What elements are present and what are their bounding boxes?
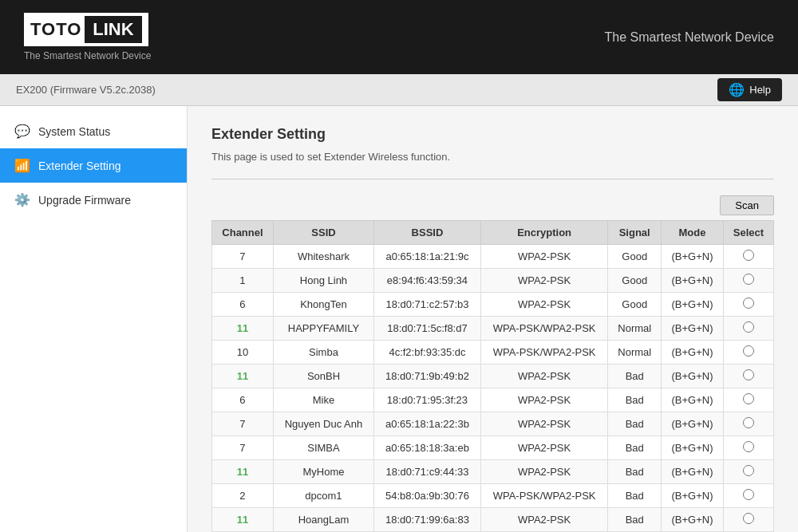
table-row: 11HoangLam18:d0:71:99:6a:83WPA2-PSKBad(B… <box>212 508 774 532</box>
cell-select[interactable] <box>723 365 773 388</box>
page-title: Extender Setting <box>211 126 774 143</box>
cell-select[interactable] <box>723 317 773 341</box>
select-radio[interactable] <box>743 441 754 452</box>
cell-signal: Good <box>608 269 662 293</box>
cell-mode: (B+G+N) <box>662 341 724 365</box>
cell-signal: Bad <box>608 484 662 508</box>
cell-mode: (B+G+N) <box>662 460 724 484</box>
cell-channel: 7 <box>212 245 274 269</box>
table-row: 11MyHome18:d0:71:c9:44:33WPA2-PSKBad(B+G… <box>212 460 774 484</box>
cell-signal: Bad <box>608 388 662 412</box>
cell-channel: 7 <box>212 412 274 436</box>
cell-encryption: WPA2-PSK <box>480 460 607 484</box>
select-radio[interactable] <box>743 513 754 524</box>
col-signal: Signal <box>608 221 662 245</box>
firmware-label: EX200 (Firmware V5.2c.2038) <box>16 84 156 96</box>
select-radio[interactable] <box>743 274 754 285</box>
sidebar-item-label-firmware: Upgrade Firmware <box>38 194 131 207</box>
cell-select[interactable] <box>723 245 773 269</box>
logo-box: TOTO LINK <box>24 13 148 46</box>
cell-signal: Good <box>608 293 662 317</box>
select-radio[interactable] <box>743 369 754 380</box>
sidebar-item-extender-setting[interactable]: 📶 Extender Setting <box>0 148 187 183</box>
cell-channel: 11 <box>212 317 274 341</box>
table-row: 7Nguyen Duc Anha0:65:18:1a:22:3bWPA2-PSK… <box>212 412 774 436</box>
cell-mode: (B+G+N) <box>662 436 724 460</box>
cell-encryption: WPA2-PSK <box>480 269 607 293</box>
select-radio[interactable] <box>743 321 754 333</box>
cell-mode: (B+G+N) <box>662 365 724 388</box>
cell-bssid: a0:65:18:1a:22:3b <box>374 412 481 436</box>
scan-row: Scan <box>211 195 774 215</box>
table-row: 1Hong Linhe8:94:f6:43:59:34WPA2-PSKGood(… <box>212 269 774 293</box>
table-row: 6KhongTen18:d0:71:c2:57:b3WPA2-PSKGood(B… <box>212 293 774 317</box>
cell-mode: (B+G+N) <box>662 388 724 412</box>
select-radio[interactable] <box>743 489 754 500</box>
cell-encryption: WPA2-PSK <box>480 388 607 412</box>
cell-mode: (B+G+N) <box>662 269 724 293</box>
cell-select[interactable] <box>723 269 773 293</box>
cell-select[interactable] <box>723 460 773 484</box>
sidebar-item-label-extender: Extender Setting <box>38 160 121 172</box>
cell-select[interactable] <box>723 436 773 460</box>
cell-mode: (B+G+N) <box>662 317 724 341</box>
chat-icon: 💬 <box>14 124 30 139</box>
table-header: Channel SSID BSSID Encryption Signal Mod… <box>212 221 774 245</box>
cell-select[interactable] <box>723 508 773 532</box>
cell-select[interactable] <box>723 341 773 365</box>
cell-encryption: WPA-PSK/WPA2-PSK <box>480 317 607 341</box>
sidebar-item-system-status[interactable]: 💬 System Status <box>0 114 187 148</box>
scan-button[interactable]: Scan <box>720 195 774 215</box>
cell-channel: 6 <box>212 293 274 317</box>
select-radio[interactable] <box>743 250 754 261</box>
cell-ssid: Whiteshark <box>273 245 373 269</box>
cell-channel: 11 <box>212 460 274 484</box>
select-radio[interactable] <box>743 345 754 357</box>
cell-bssid: a0:65:18:1a:21:9c <box>374 245 481 269</box>
select-radio[interactable] <box>743 393 754 404</box>
cell-encryption: WPA2-PSK <box>480 365 607 388</box>
wifi-icon: 📶 <box>14 158 30 173</box>
cell-select[interactable] <box>723 412 773 436</box>
cell-encryption: WPA2-PSK <box>480 245 607 269</box>
col-encryption: Encryption <box>480 221 607 245</box>
toolbar: EX200 (Firmware V5.2c.2038) 🌐 Help <box>0 74 798 106</box>
cell-mode: (B+G+N) <box>662 412 724 436</box>
select-radio[interactable] <box>743 298 754 309</box>
table-row: 2dpcom154:b8:0a:9b:30:76WPA-PSK/WPA2-PSK… <box>212 484 774 508</box>
cell-select[interactable] <box>723 484 773 508</box>
col-channel: Channel <box>212 221 274 245</box>
logo-tagline: The Smartest Network Device <box>24 50 151 61</box>
cell-channel: 7 <box>212 436 274 460</box>
cell-select[interactable] <box>723 293 773 317</box>
cell-signal: Normal <box>608 341 662 365</box>
cell-bssid: 18:d0:71:c2:57:b3 <box>374 293 481 317</box>
cell-channel: 1 <box>212 269 274 293</box>
cell-ssid: dpcom1 <box>273 484 373 508</box>
gear-icon: ⚙️ <box>14 192 30 207</box>
cell-bssid: 18:d0:71:9b:49:b2 <box>374 365 481 388</box>
cell-channel: 11 <box>212 365 274 388</box>
cell-encryption: WPA2-PSK <box>480 293 607 317</box>
help-button[interactable]: 🌐 Help <box>717 78 782 101</box>
cell-encryption: WPA2-PSK <box>480 412 607 436</box>
select-radio[interactable] <box>743 465 754 476</box>
cell-encryption: WPA2-PSK <box>480 436 607 460</box>
sidebar: 💬 System Status 📶 Extender Setting ⚙️ Up… <box>0 106 188 532</box>
divider <box>211 179 774 179</box>
table-body: 7Whitesharka0:65:18:1a:21:9cWPA2-PSKGood… <box>212 245 774 533</box>
page-description: This page is used to set Extender Wirele… <box>211 151 774 163</box>
cell-ssid: SonBH <box>273 365 373 388</box>
cell-ssid: KhongTen <box>273 293 373 317</box>
wifi-table: Channel SSID BSSID Encryption Signal Mod… <box>211 220 774 532</box>
cell-signal: Bad <box>608 460 662 484</box>
cell-ssid: Nguyen Duc Anh <box>273 412 373 436</box>
select-radio[interactable] <box>743 417 754 428</box>
cell-ssid: Hong Linh <box>273 269 373 293</box>
cell-channel: 2 <box>212 484 274 508</box>
table-row: 7Whitesharka0:65:18:1a:21:9cWPA2-PSKGood… <box>212 245 774 269</box>
cell-select[interactable] <box>723 388 773 412</box>
cell-signal: Bad <box>608 365 662 388</box>
logo-toto: TOTO <box>30 19 81 40</box>
sidebar-item-upgrade-firmware[interactable]: ⚙️ Upgrade Firmware <box>0 183 187 217</box>
